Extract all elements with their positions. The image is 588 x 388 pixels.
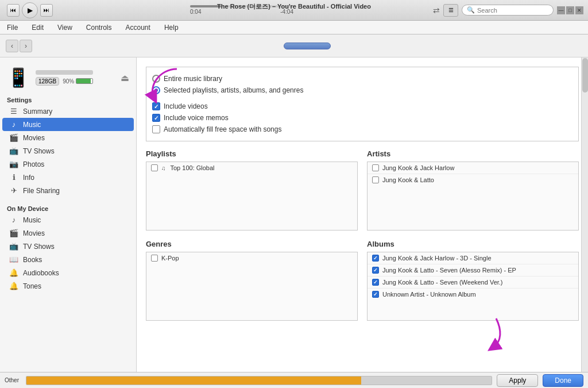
dev-audiobooks-icon: 🔔: [9, 268, 18, 277]
dev-tones-icon: 🔔: [9, 282, 18, 290]
artist-checkbox-jkjh[interactable]: [372, 164, 379, 171]
radio-row-selected[interactable]: Selected playlists, artists, albums, and…: [152, 84, 572, 96]
search-box[interactable]: 🔍: [462, 5, 554, 16]
next-button[interactable]: ⏭: [40, 4, 53, 17]
close-button[interactable]: ✕: [575, 6, 583, 14]
repeat-icon[interactable]: ⇄: [433, 6, 440, 15]
search-input[interactable]: [477, 7, 546, 14]
menu-help[interactable]: Help: [162, 22, 181, 33]
eject-button[interactable]: ⏏: [121, 72, 129, 83]
scrollbar-track[interactable]: [581, 57, 588, 372]
checkbox-row-autofill[interactable]: Automatically fill free space with songs: [152, 124, 572, 135]
tvshows-icon: 📺: [9, 147, 18, 155]
album-checkbox-seven-ep[interactable]: [372, 267, 379, 274]
radio-entire-library[interactable]: [152, 75, 160, 83]
list-item[interactable]: Jung Kook & Latto - Seven (Alesso Remix)…: [368, 264, 578, 276]
dev-movies-icon: 🎬: [9, 229, 18, 237]
forward-button[interactable]: ›: [20, 40, 32, 52]
filesharing-icon: ✈: [9, 186, 18, 195]
album-checkbox-unknown[interactable]: [372, 291, 379, 298]
sidebar-item-filesharing[interactable]: ✈ File Sharing: [2, 184, 134, 197]
prev-button[interactable]: ⏮: [7, 4, 20, 17]
list-icon: ☰: [448, 7, 454, 13]
list-item[interactable]: Jung Kook & Jack Harlow - 3D - Single: [368, 252, 578, 264]
sidebar-item-tvshows[interactable]: 📺 TV Shows: [2, 144, 134, 157]
include-videos-label: Include videos: [164, 102, 208, 110]
menu-file[interactable]: File: [5, 22, 20, 33]
scrollbar-thumb[interactable]: [582, 58, 588, 93]
list-item[interactable]: K-Pop: [146, 252, 357, 264]
menu-edit[interactable]: Edit: [29, 22, 46, 33]
track-title: The Rose (더로즈) – You're Beautiful - Offi…: [217, 2, 371, 11]
list-item[interactable]: ♫ Top 100: Global: [146, 162, 357, 174]
device-capacity: 128GB 90%: [36, 77, 115, 86]
checkbox-autofill[interactable]: [152, 125, 160, 133]
list-item[interactable]: Jung Kook & Latto: [368, 174, 578, 186]
list-item[interactable]: Unknown Artist - Unknown Album: [368, 289, 578, 300]
sync-button[interactable]: [284, 43, 331, 49]
checkbox-include-videos[interactable]: [152, 102, 160, 110]
done-button[interactable]: Done: [543, 374, 583, 387]
radio-selected-label: Selected playlists, artists, albums, and…: [164, 86, 303, 94]
list-item[interactable]: Jung Kook & Jack Harlow: [368, 162, 578, 174]
albums-panel: Albums Jung Kook & Jack Harlow - 3D - Si…: [367, 240, 579, 321]
artists-box: Jung Kook & Jack Harlow Jung Kook & Latt…: [367, 162, 579, 231]
settings-section-header: Settings: [0, 93, 136, 105]
artist-checkbox-jkl[interactable]: [372, 176, 379, 183]
storage-bar: [26, 376, 492, 385]
playlists-box: ♫ Top 100: Global: [146, 162, 358, 231]
apply-button[interactable]: Apply: [497, 374, 538, 387]
maximize-button[interactable]: □: [566, 6, 574, 14]
sidebar: 📱 128GB 90% ⏏ Settings ☰ Summary: [0, 57, 137, 372]
genres-title: Genres: [146, 240, 358, 248]
dev-books-icon: 📖: [9, 255, 18, 264]
sidebar-item-info[interactable]: ℹ Info: [2, 171, 134, 184]
sidebar-item-movies[interactable]: 🎬 Movies: [2, 131, 134, 144]
albums-box: Jung Kook & Jack Harlow - 3D - Single Ju…: [367, 252, 579, 321]
battery-bar: [76, 78, 93, 84]
list-item[interactable]: Jung Kook & Latto - Seven (Weekend Ver.): [368, 276, 578, 289]
sidebar-item-dev-music[interactable]: ♪ Music: [2, 213, 134, 226]
menu-view[interactable]: View: [55, 22, 75, 33]
music-icon: ♪: [9, 120, 18, 129]
sidebar-item-summary[interactable]: ☰ Summary: [2, 105, 134, 118]
sidebar-item-dev-movies[interactable]: 🎬 Movies: [2, 226, 134, 240]
sidebar-item-dev-tvshows[interactable]: 📺 TV Shows: [2, 240, 134, 253]
sidebar-item-dev-tones[interactable]: 🔔 Tones: [2, 279, 134, 293]
photos-icon: 📷: [9, 160, 18, 168]
sidebar-item-dev-audiobooks[interactable]: 🔔 Audiobooks: [2, 266, 134, 279]
device-name-bar: [36, 70, 93, 75]
menu-account[interactable]: Account: [123, 22, 153, 33]
device-header: 📱 128GB 90% ⏏: [0, 62, 136, 93]
sidebar-item-music[interactable]: ♪ Music: [2, 118, 134, 131]
device-icon: 📱: [7, 67, 30, 89]
album-checkbox-seven-wv[interactable]: [372, 279, 379, 286]
search-icon: 🔍: [467, 6, 475, 14]
genres-box: K-Pop: [146, 252, 358, 321]
storage-free: [361, 377, 492, 385]
nav-arrows: ‹ ›: [6, 40, 32, 52]
progress-fill: [190, 5, 221, 7]
play-button[interactable]: ▶: [22, 2, 38, 18]
checkbox-row-videos[interactable]: Include videos: [152, 101, 572, 112]
album-checkbox-3d[interactable]: [372, 255, 379, 262]
sidebar-item-dev-books[interactable]: 📖 Books: [2, 253, 134, 266]
sidebar-item-photos[interactable]: 📷 Photos: [2, 157, 134, 171]
artists-panel: Artists Jung Kook & Jack Harlow Jung Koo…: [367, 149, 579, 231]
radio-row-entire[interactable]: Entire music library: [152, 73, 572, 84]
sidebar-item-label: Music: [23, 216, 41, 224]
checkbox-include-voice-memos[interactable]: [152, 114, 160, 122]
radio-selected[interactable]: [152, 86, 160, 94]
checkbox-row-voicememos[interactable]: Include voice memos: [152, 112, 572, 124]
playback-controls: ⏮ ▶ ⏭: [7, 2, 53, 18]
artist-label: Jung Kook & Latto: [382, 176, 434, 183]
list-view-button[interactable]: ☰: [443, 4, 458, 17]
window-controls: — □ ✕: [557, 6, 583, 14]
minimize-button[interactable]: —: [557, 6, 565, 14]
playlist-checkbox-top100[interactable]: [151, 164, 158, 171]
menu-controls[interactable]: Controls: [84, 22, 114, 33]
menu-bar: File Edit View Controls Account Help: [0, 21, 588, 34]
sidebar-item-label: Summary: [23, 107, 52, 116]
genre-checkbox-kpop[interactable]: [151, 255, 158, 262]
back-button[interactable]: ‹: [6, 40, 18, 52]
